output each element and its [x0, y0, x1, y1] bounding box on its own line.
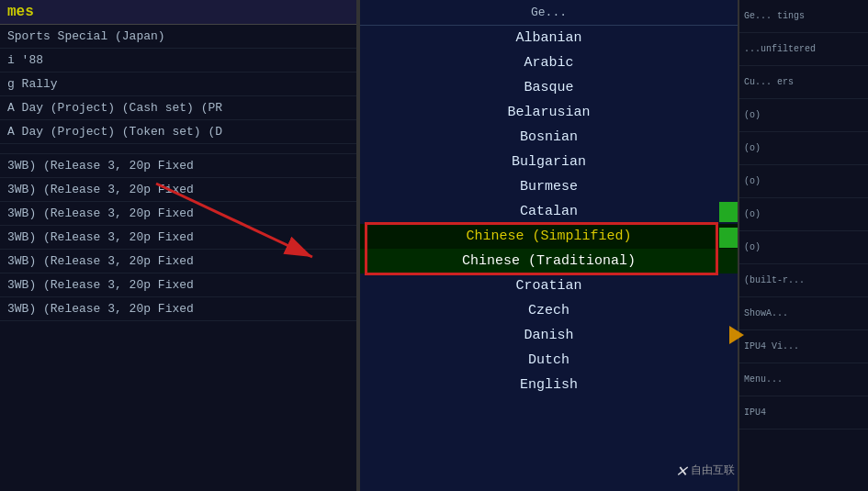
language-item[interactable]: Bosnian: [360, 125, 738, 150]
right-panel-item: Ge... tings: [739, 0, 868, 33]
right-panel-item: (o): [739, 99, 868, 132]
language-list[interactable]: AlbanianArabicBasqueBelarusianBosnianBul…: [360, 26, 738, 397]
language-item[interactable]: Dutch: [360, 348, 738, 373]
left-panel: mes Sports Special (Japan)i '88g RallyA …: [0, 0, 358, 491]
right-panel-item: Cu... ers: [739, 66, 868, 99]
game-list: Sports Special (Japan)i '88g RallyA Day …: [0, 25, 356, 321]
game-list-item[interactable]: 3WB) (Release 3, 20p Fixed: [0, 250, 356, 273]
watermark-icon: ✕: [676, 459, 687, 482]
right-panel-item: (o): [739, 165, 868, 198]
watermark: ✕ 自由互联: [676, 459, 735, 482]
right-panel-item: (o): [739, 198, 868, 231]
right-panel-item: Menu...: [739, 363, 868, 396]
game-list-item[interactable]: Sports Special (Japan): [0, 25, 356, 49]
right-panel-item: (o): [739, 132, 868, 165]
right-panel: Ge... tings...unfilteredCu... ers(o)(o)(…: [739, 0, 868, 491]
game-list-item[interactable]: 3WB) (Release 3, 20p Fixed: [0, 273, 356, 297]
scroll-button-down[interactable]: [719, 228, 738, 248]
language-dropdown-panel: Ge... AlbanianArabicBasqueBelarusianBosn…: [358, 0, 739, 491]
language-item[interactable]: Croatian: [360, 273, 738, 298]
game-list-item[interactable]: 3WB) (Release 3, 20p Fixed: [0, 202, 356, 226]
game-list-item[interactable]: 3WB) (Release 3, 20p Fixed: [0, 226, 356, 250]
right-panel-item: ShowA...: [739, 297, 868, 330]
right-panel-item: ...unfiltered: [739, 33, 868, 66]
language-item[interactable]: Basque: [360, 75, 738, 100]
language-item[interactable]: Burmese: [360, 174, 738, 199]
game-list-item[interactable]: 3WB) (Release 3, 20p Fixed: [0, 297, 356, 321]
game-list-item[interactable]: A Day (Project) (Token set) (D: [0, 120, 356, 144]
dropdown-header: Ge...: [360, 0, 738, 26]
watermark-text: 自由互联: [691, 463, 735, 478]
game-list-item[interactable]: 3WB) (Release 3, 20p Fixed: [0, 178, 356, 202]
language-item[interactable]: Chinese (Simplified): [360, 224, 738, 249]
language-item[interactable]: Bulgarian: [360, 150, 738, 174]
game-list-item[interactable]: 3WB) (Release 3, 20p Fixed: [0, 154, 356, 178]
right-panel-item: (o): [739, 231, 868, 264]
left-panel-title: mes: [0, 0, 356, 25]
language-item[interactable]: Catalan: [360, 199, 738, 224]
game-list-item[interactable]: i '88: [0, 49, 356, 73]
language-item[interactable]: Danish: [360, 323, 738, 348]
language-item[interactable]: Chinese (Traditional): [360, 249, 738, 273]
language-item[interactable]: Czech: [360, 298, 738, 323]
language-item[interactable]: Arabic: [360, 50, 738, 75]
language-item[interactable]: Belarusian: [360, 100, 738, 125]
arrow-right-icon: [729, 326, 744, 344]
game-list-item[interactable]: A Day (Project) (Cash set) (PR: [0, 96, 356, 120]
game-list-item[interactable]: g Rally: [0, 73, 356, 96]
right-panel-item: (built-r...: [739, 264, 868, 297]
language-item[interactable]: English: [360, 373, 738, 397]
scroll-button-up[interactable]: [719, 202, 738, 222]
game-list-item[interactable]: [0, 144, 356, 154]
right-panel-item: IPU4 Vi...: [739, 330, 868, 363]
right-panel-item: IPU4: [739, 396, 868, 430]
language-item[interactable]: Albanian: [360, 26, 738, 50]
